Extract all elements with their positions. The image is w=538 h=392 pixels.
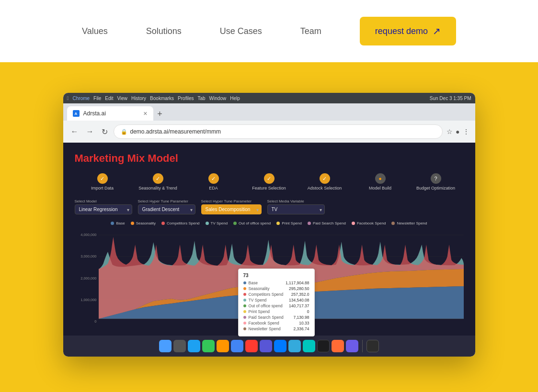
step-icon-budget: ?: [431, 173, 441, 184]
taskbar-icon-zoom[interactable]: [274, 340, 286, 352]
new-tab-button[interactable]: +: [153, 107, 167, 121]
step-budget[interactable]: ? Budget Optimization: [408, 173, 464, 190]
taskbar-icon-youtube[interactable]: [245, 340, 258, 352]
step-feature-selection[interactable]: ✓ Feature Selection: [241, 173, 297, 190]
legend-label-newsletter: Newsletter Spend: [397, 221, 427, 225]
legend-dot-facebook: [352, 222, 355, 225]
taskbar-icon-twitter[interactable]: [188, 340, 200, 352]
view-menu[interactable]: View: [117, 96, 127, 101]
tooltip-label-seasonality: Seasonality: [249, 286, 286, 291]
legend-label-ooo: Out of office spend: [239, 221, 271, 225]
workflow-steps: ✓ Import Data ✓ Seasonality & Trend ✓ ED…: [75, 173, 464, 190]
tooltip-dot-facebook: [243, 322, 246, 325]
step-adstock[interactable]: ✓ Adstock Selection: [297, 173, 353, 190]
model-select[interactable]: Linear Regression: [75, 204, 132, 214]
step-icon-eda: ✓: [208, 173, 219, 184]
y-label-2m: 2,000,000: [75, 276, 99, 280]
taskbar-icon-messages[interactable]: [202, 340, 215, 352]
file-menu[interactable]: File: [93, 96, 101, 101]
tooltip-value-print: 0: [307, 309, 309, 314]
taskbar-separator: [362, 340, 363, 352]
control-hyper1: Select Hyper Tune Parameter Gradient Des…: [138, 199, 195, 214]
reload-button[interactable]: ↻: [100, 125, 110, 138]
nav-team[interactable]: Team: [300, 26, 321, 36]
tooltip-dot-tv: [243, 299, 246, 302]
step-seasonality[interactable]: ✓ Seasonality & Trend: [130, 173, 186, 190]
url-input[interactable]: 🔒 demo.adrsta.ai/measurement/mmm: [114, 124, 443, 139]
bookmarks-menu[interactable]: Bookmarks: [150, 96, 174, 101]
nav-use-cases[interactable]: Use Cases: [220, 26, 262, 36]
legend-dot-paid-search: [308, 222, 311, 225]
step-import-data[interactable]: ✓ Import Data: [75, 173, 130, 190]
step-icon-seasonality: ✓: [153, 173, 163, 184]
tooltip-label-newsletter: Newsletter Spend: [249, 326, 291, 331]
address-actions: ☆ ● ⋮: [446, 128, 469, 135]
control-media: Select Media Variable TV: [267, 199, 325, 214]
taskbar-icon-chrome[interactable]: [231, 340, 243, 352]
legend-ooo: Out of office spend: [233, 221, 271, 225]
tooltip-dot-ooo: [243, 304, 246, 307]
taskbar-icon-safari[interactable]: [217, 340, 229, 352]
bookmark-icon[interactable]: ☆: [446, 128, 453, 135]
tooltip-row-tv: TV Spend 134,540.08: [243, 298, 309, 302]
step-label-budget: Budget Optimization: [416, 186, 455, 190]
tooltip-value-competitors: 257,352.0: [291, 292, 309, 297]
step-icon-feature: ✓: [264, 173, 275, 184]
history-menu[interactable]: History: [131, 96, 146, 101]
os-menu-bar:  Chrome File Edit View History Bookmark…: [63, 93, 475, 103]
tooltip-row-print: Print Spend 0: [243, 309, 309, 314]
more-options-icon[interactable]: ⋮: [463, 128, 469, 135]
step-label-adstock: Adstock Selection: [308, 186, 342, 190]
tooltip-label-base: Base: [249, 280, 283, 285]
hero-section:  Chrome File Edit View History Bookmark…: [0, 62, 538, 392]
legend-facebook: Facebook Spend: [352, 221, 386, 225]
step-eda[interactable]: ✓ EDA: [186, 173, 241, 190]
tooltip-dot-base: [243, 281, 246, 284]
taskbar-icon-telegram[interactable]: [288, 340, 301, 352]
profile-icon[interactable]: ●: [456, 128, 459, 135]
profiles-menu[interactable]: Profiles: [178, 96, 194, 101]
forward-button[interactable]: →: [84, 125, 96, 138]
request-demo-button[interactable]: request demo ↗: [360, 17, 456, 45]
legend-dot-ooo: [233, 222, 237, 225]
tooltip-value-ooo: 140,717.37: [289, 303, 309, 308]
legend-dot-tv: [206, 222, 209, 225]
tooltip-value-seasonality: 295,280.50: [289, 286, 309, 291]
menu-items: Chrome File Edit View History Bookmarks …: [73, 96, 240, 101]
hyper1-select[interactable]: Gradient Descent: [138, 204, 195, 214]
taskbar-icon-notes[interactable]: [317, 340, 330, 352]
taskbar-icon-mail[interactable]: [303, 340, 315, 352]
help-menu[interactable]: Help: [230, 96, 240, 101]
chart-tooltip: 73 Base 1,117,904.88 Seasonality 295,280…: [238, 269, 315, 336]
nav-values[interactable]: Values: [82, 26, 108, 36]
active-tab[interactable]: A Adrsta.ai ×: [67, 106, 153, 121]
taskbar-icon-vscode[interactable]: [332, 340, 344, 352]
control-label-hyper2: Select Hyper Tune Parameter: [201, 199, 262, 203]
hyper2-select[interactable]: Sales Decomposition: [201, 204, 262, 214]
y-label-0: 0: [75, 319, 99, 324]
taskbar-icons: [159, 340, 379, 352]
step-icon-import: ✓: [97, 173, 108, 184]
taskbar-icon-finder[interactable]: [159, 340, 172, 352]
taskbar: [63, 336, 475, 357]
tab-menu[interactable]: Tab: [197, 96, 205, 101]
system-icons: Sun Dec 3 1:35 PM: [430, 96, 471, 101]
window-menu[interactable]: Window: [209, 96, 227, 101]
taskbar-icon-figma[interactable]: [346, 340, 358, 352]
control-label-model: Select Model: [75, 199, 132, 203]
back-button[interactable]: ←: [69, 125, 80, 138]
chrome-menu[interactable]: Chrome: [73, 96, 90, 101]
taskbar-icon-slack[interactable]: [260, 340, 272, 352]
edit-menu[interactable]: Edit: [105, 96, 113, 101]
taskbar-icon-launchpad[interactable]: [173, 340, 186, 352]
taskbar-icon-trash[interactable]: [366, 340, 379, 352]
tooltip-dot-newsletter: [243, 327, 246, 330]
nav-solutions[interactable]: Solutions: [146, 26, 182, 36]
tooltip-value-base: 1,117,904.88: [286, 280, 309, 285]
tooltip-dot-paid-search: [243, 316, 246, 319]
media-select[interactable]: TV: [267, 204, 325, 214]
legend-base: Base: [111, 221, 125, 225]
step-label-eda: EDA: [209, 186, 218, 190]
step-model-build[interactable]: ● Model Build: [353, 173, 408, 190]
tab-close-button[interactable]: ×: [143, 110, 147, 117]
